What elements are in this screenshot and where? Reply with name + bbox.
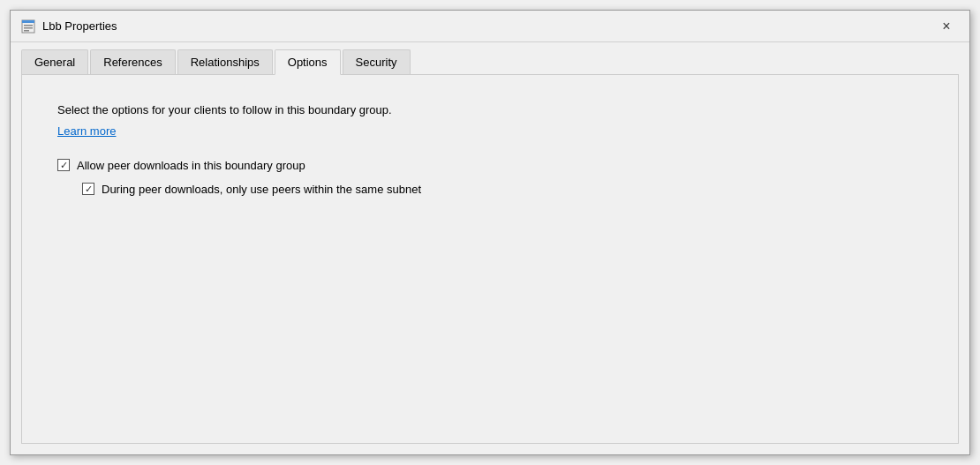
description-text: Select the options for your clients to f…	[57, 101, 923, 119]
tab-references[interactable]: References	[90, 49, 175, 74]
properties-dialog: Lbb Properties × General References Rela…	[10, 10, 970, 455]
svg-rect-1	[22, 20, 34, 23]
tab-bar: General References Relationships Options…	[11, 42, 969, 74]
svg-rect-3	[24, 27, 33, 29]
checkbox-peer-downloads[interactable]	[57, 159, 70, 171]
tab-content: Select the options for your clients to f…	[21, 74, 959, 444]
svg-rect-2	[24, 25, 33, 26]
tab-general[interactable]: General	[21, 49, 88, 74]
title-bar: Lbb Properties ×	[11, 11, 969, 42]
window-icon	[21, 19, 35, 34]
tab-options[interactable]: Options	[275, 49, 341, 75]
svg-rect-4	[24, 30, 29, 32]
checkbox-same-subnet[interactable]	[82, 183, 94, 195]
tab-relationships[interactable]: Relationships	[177, 49, 273, 74]
title-bar-left: Lbb Properties	[21, 19, 117, 34]
checkbox-item-2: During peer downloads, only use peers wi…	[82, 183, 923, 196]
checkbox-label-2: During peer downloads, only use peers wi…	[102, 183, 421, 196]
checkbox-group: Allow peer downloads in this boundary gr…	[57, 159, 923, 196]
checkbox-label-1: Allow peer downloads in this boundary gr…	[77, 159, 305, 172]
close-button[interactable]: ×	[934, 14, 959, 39]
tab-security[interactable]: Security	[343, 49, 411, 74]
window-title: Lbb Properties	[42, 19, 117, 33]
checkbox-item-1: Allow peer downloads in this boundary gr…	[57, 159, 923, 172]
learn-more-link[interactable]: Learn more	[57, 124, 116, 138]
